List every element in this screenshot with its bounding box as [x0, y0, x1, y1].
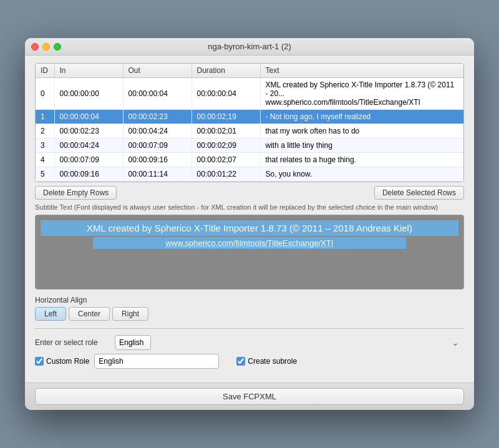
col-header-id: ID [36, 64, 54, 78]
cell-out: 00:00:07:09 [123, 139, 191, 153]
cell-duration: 00:00:02;01 [191, 124, 260, 139]
subtitle-table-container: ID In Out Duration Text 0 00:00:00:00 00… [35, 63, 464, 182]
save-button-container: Save FCPXML [25, 382, 474, 410]
cell-in: 00:00:04:24 [54, 139, 123, 153]
table-row[interactable]: 0 00:00:00:00 00:00:00:04 00:00:00:04 XM… [36, 78, 463, 110]
cell-id: 4 [36, 153, 54, 167]
align-center-button[interactable]: Center [69, 307, 110, 321]
maximize-button[interactable] [54, 43, 61, 51]
main-window: nga-byron-kim-art-1 (2) ID In Out Durati… [25, 38, 474, 410]
create-subrole-checkbox-item: Create subrole [236, 357, 297, 366]
cell-out: 00:00:11:14 [123, 167, 191, 182]
col-header-text: Text [260, 64, 463, 78]
col-header-in: In [54, 64, 123, 78]
subtitle-info-text: Subtitle Text (Font displayed is always … [35, 203, 464, 211]
cell-duration: 00:00:01;22 [191, 167, 260, 182]
titlebar: nga-byron-kim-art-1 (2) [25, 38, 474, 56]
cell-duration: 00:00:02;09 [191, 139, 260, 153]
cell-text: that relates to a huge thing. [260, 153, 463, 167]
cell-text: - Not long ago, I myself realized [260, 110, 463, 124]
role-section: Enter or select role English Spanish Fre… [35, 335, 464, 369]
cell-id: 3 [36, 139, 54, 153]
cell-text: XML created by Spherico X-Title Importer… [260, 78, 463, 110]
align-right-button[interactable]: Right [112, 307, 148, 321]
table-row[interactable]: 1 00:00:00:04 00:00:02:23 00:00:02;19 - … [36, 110, 463, 124]
delete-empty-rows-button[interactable]: Delete Empty Rows [35, 186, 117, 200]
cell-id: 5 [36, 167, 54, 182]
text-preview-area: XML created by Spherico X-Title Importer… [35, 215, 464, 290]
align-buttons-group: Left Center Right [35, 307, 464, 321]
custom-role-label: Custom Role [46, 357, 89, 366]
col-header-duration: Duration [191, 64, 260, 78]
cell-duration: 00:00:02;19 [191, 110, 260, 124]
subtitle-table: ID In Out Duration Text 0 00:00:00:00 00… [36, 64, 463, 182]
cell-out: 00:00:09:16 [123, 153, 191, 167]
cell-duration: 00:00:02;07 [191, 153, 260, 167]
create-subrole-checkbox[interactable] [236, 357, 245, 366]
enter-role-label: Enter or select role [35, 338, 110, 347]
horizontal-align-label: Horizontal Align [35, 296, 464, 304]
role-select-wrapper: English Spanish French [115, 335, 464, 350]
col-header-out: Out [123, 64, 191, 78]
custom-role-input[interactable] [94, 354, 219, 369]
cell-id: 1 [36, 110, 54, 124]
table-row[interactable]: 3 00:00:04:24 00:00:07:09 00:00:02;09 wi… [36, 139, 463, 153]
delete-selected-rows-button[interactable]: Delete Selected Rows [374, 186, 464, 200]
cell-text: with a little tiny thing [260, 139, 463, 153]
role-select-row: Enter or select role English Spanish Fre… [35, 335, 464, 350]
divider [35, 328, 464, 329]
cell-out: 00:00:04:24 [123, 124, 191, 139]
create-subrole-label: Create subrole [248, 357, 297, 366]
cell-id: 0 [36, 78, 54, 110]
table-scroll[interactable]: ID In Out Duration Text 0 00:00:00:00 00… [36, 64, 463, 182]
table-row[interactable]: 5 00:00:09:16 00:00:11:14 00:00:01;22 So… [36, 167, 463, 182]
window-title: nga-byron-kim-art-1 (2) [208, 42, 291, 51]
custom-role-row: Custom Role Create subrole [35, 354, 464, 369]
role-select[interactable]: English Spanish French [115, 335, 151, 350]
save-fcpxml-button[interactable]: Save FCPXML [35, 388, 464, 405]
close-button[interactable] [31, 43, 39, 51]
cell-in: 00:00:00:04 [54, 110, 123, 124]
cell-in: 00:00:00:00 [54, 78, 123, 110]
custom-role-checkbox-item: Custom Role [35, 357, 89, 366]
preview-line1: XML created by Spherico X-Title Importer… [41, 220, 458, 236]
table-row[interactable]: 2 00:00:02:23 00:00:04:24 00:00:02;01 th… [36, 124, 463, 139]
preview-line2: www.spherico.com/filmtools/TitleExchange… [93, 237, 407, 249]
content-area: ID In Out Duration Text 0 00:00:00:00 00… [25, 56, 474, 382]
cell-out: 00:00:02:23 [123, 110, 191, 124]
traffic-lights [31, 43, 61, 51]
align-left-button[interactable]: Left [35, 307, 66, 321]
cell-in: 00:00:09:16 [54, 167, 123, 182]
cell-id: 2 [36, 124, 54, 139]
cell-in: 00:00:07:09 [54, 153, 123, 167]
cell-out: 00:00:00:04 [123, 78, 191, 110]
custom-role-checkbox[interactable] [35, 357, 44, 366]
cell-in: 00:00:02:23 [54, 124, 123, 139]
minimize-button[interactable] [42, 43, 50, 51]
table-button-row: Delete Empty Rows Delete Selected Rows [35, 186, 464, 200]
cell-text: So, you know. [260, 167, 463, 182]
table-row[interactable]: 4 00:00:07:09 00:00:09:16 00:00:02;07 th… [36, 153, 463, 167]
cell-duration: 00:00:00:04 [191, 78, 260, 110]
cell-text: that my work often has to do [260, 124, 463, 139]
horizontal-align-section: Horizontal Align Left Center Right [35, 296, 464, 321]
